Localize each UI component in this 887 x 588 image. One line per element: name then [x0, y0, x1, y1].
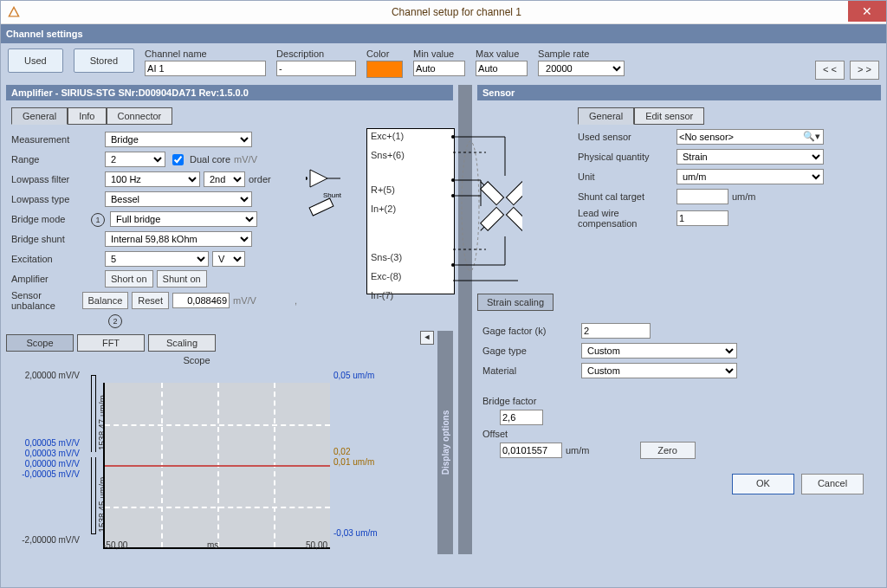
material-select[interactable]: Custom [581, 363, 737, 378]
scope-plot[interactable] [103, 383, 330, 549]
display-options-bar[interactable]: Display options [437, 331, 453, 554]
lowpass-type-label: Lowpass type [11, 194, 101, 204]
bridgef-input[interactable] [500, 410, 543, 425]
lowpass-filter-select[interactable]: 100 Hz [105, 171, 200, 187]
used-sensor-label: Used sensor [578, 132, 673, 142]
used-sensor-input[interactable] [677, 129, 824, 145]
gaget-label: Gage type [482, 346, 578, 356]
shuntcal-unit: um/m [732, 191, 756, 202]
balance-button[interactable]: Balance [82, 292, 129, 309]
zero-button[interactable]: Zero [640, 442, 696, 459]
reset-button[interactable]: Reset [132, 292, 169, 309]
wiring-diagram: Shunt Exc+(1) Sns+(6) R+(5) In+(2) Sns-(… [332, 128, 448, 293]
tab-fft[interactable]: FFT [77, 334, 145, 352]
scope-trace [105, 465, 330, 467]
x-mid: ms [207, 540, 218, 550]
next-channel-button[interactable]: > > [850, 61, 879, 80]
unbalance-unit: mV/V [233, 295, 256, 306]
physq-select[interactable]: Strain [677, 149, 824, 165]
tab-connector[interactable]: Connector [107, 107, 173, 125]
lowpass-filter-label: Lowpass filter [11, 174, 101, 184]
lowpass-type-select[interactable]: Bessel [105, 191, 252, 207]
range-select[interactable]: 2 [105, 152, 165, 167]
material-label: Material [482, 365, 578, 376]
gaget-select[interactable]: Custom [581, 343, 737, 359]
unit-select[interactable]: um/m [677, 169, 824, 184]
prev-channel-button[interactable]: < < [815, 61, 845, 80]
color-group: Color [366, 48, 403, 78]
description-input[interactable] [276, 61, 356, 76]
used-button[interactable]: Used [8, 48, 63, 73]
titlebar: Channel setup for channel 1 ✕ [1, 1, 886, 24]
short-on-button[interactable]: Short on [105, 270, 153, 288]
gagef-input[interactable] [581, 323, 651, 339]
annotation-1: 1 [91, 213, 105, 227]
left-column: Amplifier - SIRIUS-STG SNr:D00904DA71 Re… [6, 85, 453, 554]
min-input[interactable] [413, 61, 465, 76]
color-swatch[interactable] [366, 61, 403, 78]
svg-point-6 [462, 141, 479, 271]
shunt-on-button[interactable]: Shunt on [157, 270, 207, 288]
aux-3: -0,00005 mV/V [6, 469, 80, 479]
range-label: Range [11, 154, 101, 165]
sample-select[interactable]: 20000 [538, 61, 625, 76]
sensor-title: Sensor [477, 85, 881, 100]
lowpass-order-select[interactable]: 2nd [204, 171, 245, 187]
r-mid1: 0,02 [333, 447, 350, 456]
offset-unit: um/m [566, 445, 590, 456]
tab-general[interactable]: General [11, 107, 68, 125]
description-label: Description [276, 48, 356, 59]
search-icon[interactable]: 🔍▾ [803, 131, 820, 142]
y-top-label: 2,00000 mV/V [6, 371, 80, 380]
svg-point-27 [451, 194, 455, 197]
sensor-tab-general[interactable]: General [578, 107, 634, 125]
svg-marker-0 [9, 7, 18, 16]
window: Channel setup for channel 1 ✕ Channel se… [0, 0, 887, 588]
svg-line-22 [481, 227, 484, 230]
measurement-select[interactable]: Bridge [105, 132, 252, 147]
svg-rect-17 [506, 182, 522, 205]
right-column: Sensor General Edit sensor Used sensor 🔍… [477, 85, 881, 554]
bridge-shunt-select[interactable]: Internal 59,88 kOhm [105, 231, 252, 247]
cancel-button[interactable]: Cancel [801, 474, 864, 494]
bridge-wiring-icon [332, 128, 522, 301]
measurement-label: Measurement [11, 134, 101, 145]
gagef-label: Gage factor (k) [482, 326, 578, 336]
excitation-unit-select[interactable]: V [212, 251, 245, 267]
sensor-tab-edit[interactable]: Edit sensor [634, 107, 704, 125]
close-button[interactable]: ✕ [848, 1, 886, 22]
color-label: Color [366, 48, 403, 59]
ok-button[interactable]: OK [732, 474, 794, 494]
tab-scope[interactable]: Scope [6, 334, 74, 352]
svg-rect-4 [309, 198, 333, 216]
max-group: Max value [476, 48, 528, 76]
dualcore-checkbox[interactable] [172, 154, 184, 165]
offset-input[interactable] [500, 443, 562, 458]
tab-scaling[interactable]: Scaling [148, 334, 216, 352]
excitation-select[interactable]: 5 [105, 251, 209, 267]
shuntcal-label: Shunt cal target [578, 191, 673, 202]
leadwire-label: Lead wire compensation [578, 208, 673, 229]
range-unit: mV/V [234, 154, 257, 165]
top-row: Used Stored Channel name Description Col… [1, 43, 886, 85]
channel-name-group: Channel name [145, 48, 266, 76]
svg-point-2 [306, 177, 308, 180]
max-input[interactable] [476, 61, 528, 76]
svg-point-26 [451, 178, 455, 182]
leadwire-input[interactable] [677, 210, 728, 226]
svg-rect-20 [506, 207, 522, 230]
aux-0: 0,00005 mV/V [6, 438, 80, 448]
window-title: Channel setup for channel 1 [27, 6, 886, 18]
r-bot: -0,03 um/m [333, 528, 378, 538]
channel-name-input[interactable] [145, 61, 266, 76]
stored-button[interactable]: Stored [74, 48, 134, 73]
shuntcal-input[interactable] [677, 189, 728, 204]
channel-settings-header: Channel settings [1, 24, 886, 43]
unbalance-value[interactable] [172, 293, 230, 308]
r-top: 0,05 um/m [333, 371, 374, 380]
collapse-button[interactable]: ◄ [420, 331, 434, 345]
bridge-mode-select[interactable]: Full bridge [110, 211, 257, 227]
tab-info[interactable]: Info [68, 107, 106, 125]
x-right: 50,00 [306, 540, 327, 550]
dualcore-label: Dual core [190, 154, 230, 165]
